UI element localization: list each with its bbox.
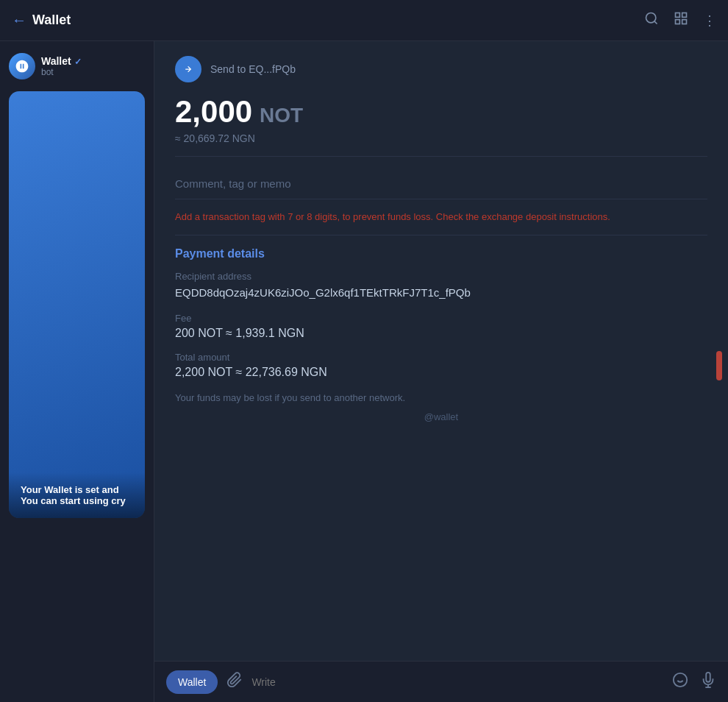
sidebar-card-inner: Your Wallet is set and You can start usi… bbox=[9, 472, 145, 518]
network-warning: Your funds may be lost if you send to an… bbox=[175, 391, 707, 405]
send-to-label: Send to EQ...fPQb bbox=[210, 63, 296, 75]
more-icon[interactable]: ⋮ bbox=[703, 13, 716, 29]
sidebar-header: Wallet ✓ bot bbox=[9, 53, 145, 79]
avatar bbox=[9, 53, 35, 79]
top-bar-left: ← Wallet bbox=[12, 12, 71, 29]
layout-icon[interactable] bbox=[674, 11, 688, 29]
payment-title: Payment details bbox=[175, 247, 707, 260]
sidebar-name: Wallet ✓ bbox=[41, 55, 82, 67]
top-bar-right: ⋮ bbox=[644, 11, 716, 29]
sidebar-card: Your Wallet is set and You can start usi… bbox=[9, 91, 145, 518]
page-title: Wallet bbox=[32, 13, 71, 28]
scroll-indicator[interactable] bbox=[716, 351, 722, 380]
total-value: 2,200 NOT ≈ 22,736.69 NGN bbox=[175, 366, 707, 379]
search-icon[interactable] bbox=[644, 11, 659, 29]
main-layout: Wallet ✓ bot Your Wallet is set and You … bbox=[0, 41, 728, 702]
verified-icon: ✓ bbox=[74, 57, 82, 67]
modal-overlay: Send to EQ...fPQb 2,000 NOT ≈ 20,669.72 … bbox=[154, 41, 728, 661]
fee-row: Fee 200 NOT ≈ 1,939.1 NGN bbox=[175, 313, 707, 340]
total-label: Total amount bbox=[175, 352, 707, 363]
write-input[interactable] bbox=[251, 676, 663, 688]
attach-button[interactable] bbox=[226, 672, 243, 692]
send-to-icon bbox=[175, 56, 201, 82]
send-modal: Send to EQ...fPQb 2,000 NOT ≈ 20,669.72 … bbox=[154, 41, 728, 661]
amount-currency: NOT bbox=[260, 104, 303, 127]
svg-rect-4 bbox=[682, 20, 687, 24]
amount-display: 2,000 NOT ≈ 20,669.72 NGN bbox=[175, 94, 707, 144]
svg-rect-3 bbox=[676, 20, 680, 24]
bottom-right-icons bbox=[672, 672, 716, 692]
chat-area: /start 3:06 PM ✓✓ Send to EQ...fPQb bbox=[154, 41, 728, 702]
amount-main: 2,000 NOT bbox=[175, 94, 707, 130]
wallet-button[interactable]: Wallet bbox=[166, 670, 218, 694]
mic-icon[interactable] bbox=[700, 672, 716, 692]
recipient-row: Recipient address EQDD8dqOzaj4zUK6ziJOo_… bbox=[175, 271, 707, 302]
back-button[interactable]: ← bbox=[12, 12, 26, 29]
svg-point-0 bbox=[646, 13, 656, 23]
svg-point-6 bbox=[674, 673, 687, 687]
send-to-header: Send to EQ...fPQb bbox=[175, 56, 707, 82]
recipient-address: EQDD8dqOzaj4zUK6ziJOo_G2lx6qf1TEktTRkFJ7… bbox=[175, 285, 707, 302]
fee-label: Fee bbox=[175, 313, 707, 324]
sidebar-wallet-text2: You can start using cry bbox=[21, 495, 133, 506]
total-row: Total amount 2,200 NOT ≈ 22,736.69 NGN bbox=[175, 352, 707, 379]
emoji-icon[interactable] bbox=[672, 672, 688, 692]
sidebar-sub: bot bbox=[41, 67, 82, 77]
svg-rect-1 bbox=[676, 13, 680, 18]
payment-details: Payment details Recipient address EQDD8d… bbox=[175, 235, 707, 405]
recipient-label: Recipient address bbox=[175, 271, 707, 282]
svg-rect-2 bbox=[682, 13, 687, 18]
bottom-bar: Wallet bbox=[154, 661, 728, 702]
comment-field[interactable]: Comment, tag or memo bbox=[175, 169, 707, 199]
warning-text: Add a transaction tag with 7 or 8 digits… bbox=[175, 199, 707, 235]
top-bar: ← Wallet ⋮ bbox=[0, 0, 728, 41]
amount-fiat: ≈ 20,669.72 NGN bbox=[175, 132, 707, 144]
amount-number: 2,000 bbox=[175, 94, 252, 130]
left-sidebar: Wallet ✓ bot Your Wallet is set and You … bbox=[0, 41, 154, 702]
divider-1 bbox=[175, 156, 707, 157]
sidebar-info: Wallet ✓ bot bbox=[41, 55, 82, 77]
modal-footer-label: @wallet bbox=[175, 405, 707, 428]
sidebar-wallet-text1: Your Wallet is set and bbox=[21, 484, 133, 495]
fee-value: 200 NOT ≈ 1,939.1 NGN bbox=[175, 327, 707, 340]
